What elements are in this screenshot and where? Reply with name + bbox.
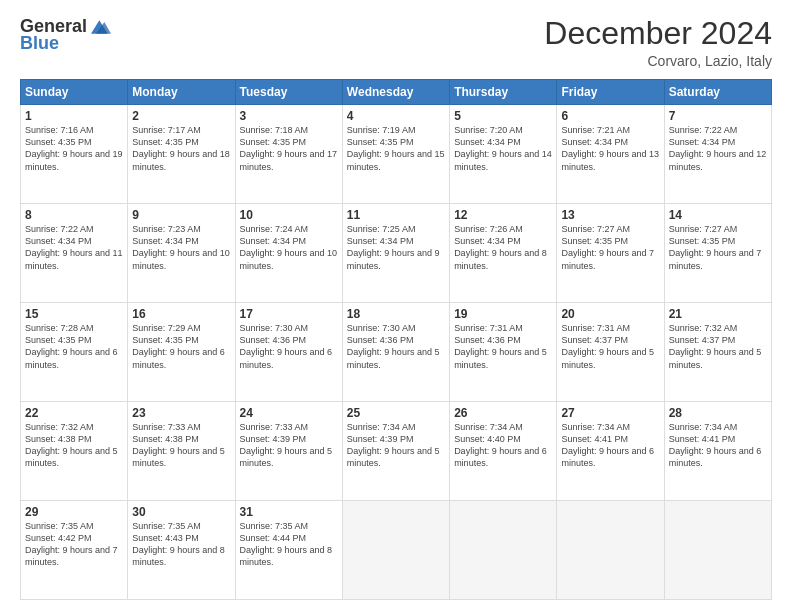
day-number: 13 <box>561 208 659 222</box>
day-number: 6 <box>561 109 659 123</box>
calendar-cell: 14 Sunrise: 7:27 AMSunset: 4:35 PMDaylig… <box>664 204 771 303</box>
calendar-cell: 18 Sunrise: 7:30 AMSunset: 4:36 PMDaylig… <box>342 303 449 402</box>
month-title: December 2024 <box>544 16 772 51</box>
calendar-cell: 13 Sunrise: 7:27 AMSunset: 4:35 PMDaylig… <box>557 204 664 303</box>
day-info: Sunrise: 7:27 AMSunset: 4:35 PMDaylight:… <box>669 224 762 270</box>
day-number: 10 <box>240 208 338 222</box>
calendar-week-1: 1 Sunrise: 7:16 AMSunset: 4:35 PMDayligh… <box>21 105 772 204</box>
calendar-cell <box>557 501 664 600</box>
day-number: 19 <box>454 307 552 321</box>
calendar-week-2: 8 Sunrise: 7:22 AMSunset: 4:34 PMDayligh… <box>21 204 772 303</box>
calendar-cell: 21 Sunrise: 7:32 AMSunset: 4:37 PMDaylig… <box>664 303 771 402</box>
calendar-header-row: SundayMondayTuesdayWednesdayThursdayFrid… <box>21 80 772 105</box>
day-info: Sunrise: 7:33 AMSunset: 4:38 PMDaylight:… <box>132 422 225 468</box>
day-number: 3 <box>240 109 338 123</box>
calendar-cell <box>342 501 449 600</box>
calendar-header-sunday: Sunday <box>21 80 128 105</box>
logo-area: General Blue <box>20 16 111 54</box>
day-info: Sunrise: 7:19 AMSunset: 4:35 PMDaylight:… <box>347 125 445 171</box>
calendar-cell: 11 Sunrise: 7:25 AMSunset: 4:34 PMDaylig… <box>342 204 449 303</box>
calendar-cell: 4 Sunrise: 7:19 AMSunset: 4:35 PMDayligh… <box>342 105 449 204</box>
day-number: 26 <box>454 406 552 420</box>
day-info: Sunrise: 7:33 AMSunset: 4:39 PMDaylight:… <box>240 422 333 468</box>
day-info: Sunrise: 7:17 AMSunset: 4:35 PMDaylight:… <box>132 125 230 171</box>
day-number: 4 <box>347 109 445 123</box>
calendar-cell: 23 Sunrise: 7:33 AMSunset: 4:38 PMDaylig… <box>128 402 235 501</box>
day-info: Sunrise: 7:24 AMSunset: 4:34 PMDaylight:… <box>240 224 338 270</box>
calendar-cell: 1 Sunrise: 7:16 AMSunset: 4:35 PMDayligh… <box>21 105 128 204</box>
day-number: 20 <box>561 307 659 321</box>
day-number: 7 <box>669 109 767 123</box>
calendar-week-5: 29 Sunrise: 7:35 AMSunset: 4:42 PMDaylig… <box>21 501 772 600</box>
calendar-week-3: 15 Sunrise: 7:28 AMSunset: 4:35 PMDaylig… <box>21 303 772 402</box>
calendar-cell: 15 Sunrise: 7:28 AMSunset: 4:35 PMDaylig… <box>21 303 128 402</box>
day-info: Sunrise: 7:34 AMSunset: 4:40 PMDaylight:… <box>454 422 547 468</box>
day-info: Sunrise: 7:30 AMSunset: 4:36 PMDaylight:… <box>347 323 440 369</box>
day-number: 14 <box>669 208 767 222</box>
day-info: Sunrise: 7:32 AMSunset: 4:38 PMDaylight:… <box>25 422 118 468</box>
calendar-cell: 25 Sunrise: 7:34 AMSunset: 4:39 PMDaylig… <box>342 402 449 501</box>
day-info: Sunrise: 7:25 AMSunset: 4:34 PMDaylight:… <box>347 224 440 270</box>
calendar-cell: 12 Sunrise: 7:26 AMSunset: 4:34 PMDaylig… <box>450 204 557 303</box>
day-number: 31 <box>240 505 338 519</box>
day-info: Sunrise: 7:31 AMSunset: 4:36 PMDaylight:… <box>454 323 547 369</box>
calendar-header-thursday: Thursday <box>450 80 557 105</box>
day-number: 30 <box>132 505 230 519</box>
day-number: 28 <box>669 406 767 420</box>
day-info: Sunrise: 7:35 AMSunset: 4:42 PMDaylight:… <box>25 521 118 567</box>
calendar-cell: 9 Sunrise: 7:23 AMSunset: 4:34 PMDayligh… <box>128 204 235 303</box>
calendar-cell: 6 Sunrise: 7:21 AMSunset: 4:34 PMDayligh… <box>557 105 664 204</box>
header: General Blue December 2024 Corvaro, Lazi… <box>20 16 772 69</box>
location-subtitle: Corvaro, Lazio, Italy <box>544 53 772 69</box>
calendar-cell: 28 Sunrise: 7:34 AMSunset: 4:41 PMDaylig… <box>664 402 771 501</box>
calendar-cell: 7 Sunrise: 7:22 AMSunset: 4:34 PMDayligh… <box>664 105 771 204</box>
calendar-week-4: 22 Sunrise: 7:32 AMSunset: 4:38 PMDaylig… <box>21 402 772 501</box>
calendar-cell: 3 Sunrise: 7:18 AMSunset: 4:35 PMDayligh… <box>235 105 342 204</box>
day-number: 12 <box>454 208 552 222</box>
calendar-cell: 31 Sunrise: 7:35 AMSunset: 4:44 PMDaylig… <box>235 501 342 600</box>
day-number: 25 <box>347 406 445 420</box>
day-info: Sunrise: 7:27 AMSunset: 4:35 PMDaylight:… <box>561 224 654 270</box>
day-info: Sunrise: 7:23 AMSunset: 4:34 PMDaylight:… <box>132 224 230 270</box>
day-info: Sunrise: 7:28 AMSunset: 4:35 PMDaylight:… <box>25 323 118 369</box>
calendar-header-friday: Friday <box>557 80 664 105</box>
day-number: 11 <box>347 208 445 222</box>
calendar-header-monday: Monday <box>128 80 235 105</box>
day-number: 24 <box>240 406 338 420</box>
calendar-cell: 16 Sunrise: 7:29 AMSunset: 4:35 PMDaylig… <box>128 303 235 402</box>
calendar-cell: 5 Sunrise: 7:20 AMSunset: 4:34 PMDayligh… <box>450 105 557 204</box>
calendar-header-tuesday: Tuesday <box>235 80 342 105</box>
calendar-cell: 24 Sunrise: 7:33 AMSunset: 4:39 PMDaylig… <box>235 402 342 501</box>
calendar-header-saturday: Saturday <box>664 80 771 105</box>
page: General Blue December 2024 Corvaro, Lazi… <box>0 0 792 612</box>
calendar-cell: 26 Sunrise: 7:34 AMSunset: 4:40 PMDaylig… <box>450 402 557 501</box>
day-number: 27 <box>561 406 659 420</box>
day-number: 9 <box>132 208 230 222</box>
day-info: Sunrise: 7:35 AMSunset: 4:43 PMDaylight:… <box>132 521 225 567</box>
calendar-table: SundayMondayTuesdayWednesdayThursdayFrid… <box>20 79 772 600</box>
calendar-cell: 20 Sunrise: 7:31 AMSunset: 4:37 PMDaylig… <box>557 303 664 402</box>
calendar-cell: 8 Sunrise: 7:22 AMSunset: 4:34 PMDayligh… <box>21 204 128 303</box>
day-info: Sunrise: 7:22 AMSunset: 4:34 PMDaylight:… <box>669 125 767 171</box>
day-number: 15 <box>25 307 123 321</box>
day-number: 8 <box>25 208 123 222</box>
day-info: Sunrise: 7:30 AMSunset: 4:36 PMDaylight:… <box>240 323 333 369</box>
day-number: 23 <box>132 406 230 420</box>
calendar-cell: 10 Sunrise: 7:24 AMSunset: 4:34 PMDaylig… <box>235 204 342 303</box>
day-info: Sunrise: 7:16 AMSunset: 4:35 PMDaylight:… <box>25 125 123 171</box>
calendar-cell: 17 Sunrise: 7:30 AMSunset: 4:36 PMDaylig… <box>235 303 342 402</box>
day-info: Sunrise: 7:34 AMSunset: 4:41 PMDaylight:… <box>669 422 762 468</box>
calendar-cell: 19 Sunrise: 7:31 AMSunset: 4:36 PMDaylig… <box>450 303 557 402</box>
day-info: Sunrise: 7:32 AMSunset: 4:37 PMDaylight:… <box>669 323 762 369</box>
calendar-cell <box>664 501 771 600</box>
day-info: Sunrise: 7:31 AMSunset: 4:37 PMDaylight:… <box>561 323 654 369</box>
day-info: Sunrise: 7:26 AMSunset: 4:34 PMDaylight:… <box>454 224 547 270</box>
day-info: Sunrise: 7:34 AMSunset: 4:41 PMDaylight:… <box>561 422 654 468</box>
calendar-header-wednesday: Wednesday <box>342 80 449 105</box>
day-number: 17 <box>240 307 338 321</box>
day-number: 29 <box>25 505 123 519</box>
calendar-cell: 22 Sunrise: 7:32 AMSunset: 4:38 PMDaylig… <box>21 402 128 501</box>
day-info: Sunrise: 7:18 AMSunset: 4:35 PMDaylight:… <box>240 125 338 171</box>
logo-blue: Blue <box>20 33 111 54</box>
calendar-body: 1 Sunrise: 7:16 AMSunset: 4:35 PMDayligh… <box>21 105 772 600</box>
